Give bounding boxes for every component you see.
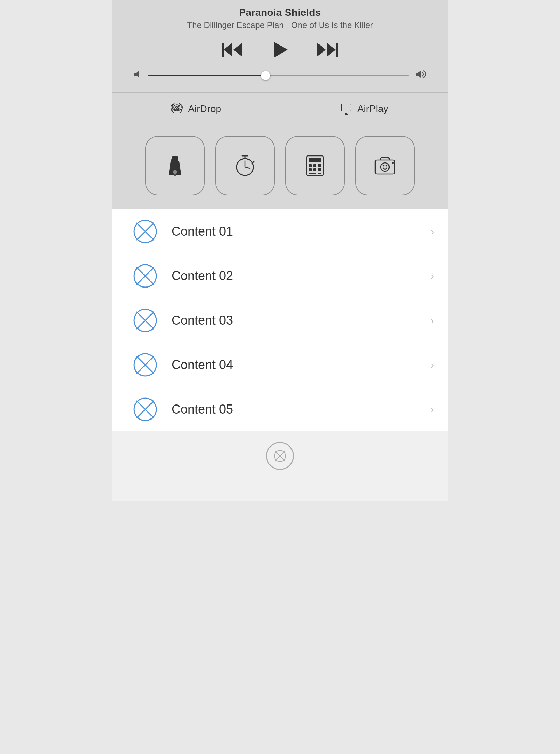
content-04-label: Content 04 — [172, 358, 424, 372]
svg-rect-16 — [172, 156, 178, 159]
svg-rect-13 — [341, 104, 351, 111]
svg-point-39 — [381, 163, 389, 171]
camera-button[interactable] — [355, 136, 415, 195]
calculator-icon — [302, 153, 328, 178]
airdrop-button[interactable]: AirDrop — [112, 93, 280, 125]
content-05-label: Content 05 — [172, 402, 424, 417]
content-01-label: Content 01 — [172, 224, 424, 239]
content-02-label: Content 02 — [172, 269, 424, 283]
svg-marker-5 — [317, 43, 326, 57]
list-item[interactable]: Content 04 › — [112, 343, 448, 387]
content-01-icon — [133, 219, 158, 244]
chevron-01-icon: › — [430, 226, 434, 237]
volume-thumb[interactable] — [261, 71, 270, 80]
svg-marker-4 — [327, 43, 336, 57]
svg-rect-6 — [336, 43, 338, 57]
svg-marker-1 — [233, 43, 242, 57]
play-icon — [271, 41, 289, 59]
play-button[interactable] — [271, 41, 289, 59]
camera-icon — [372, 153, 398, 178]
svg-rect-36 — [309, 173, 316, 174]
svg-rect-38 — [375, 160, 395, 174]
svg-line-24 — [245, 167, 250, 168]
forward-icon — [317, 41, 338, 58]
playback-controls — [133, 41, 427, 59]
airplay-button[interactable]: AirPlay — [280, 93, 448, 125]
volume-fill — [148, 75, 266, 76]
svg-point-41 — [392, 162, 394, 164]
svg-marker-3 — [274, 42, 288, 57]
list-item[interactable]: Content 05 › — [112, 387, 448, 431]
airplay-label: AirPlay — [357, 103, 388, 115]
svg-rect-34 — [313, 168, 316, 171]
forward-button[interactable] — [317, 41, 338, 58]
music-player: Paranoia Shields The Dillinger Escape Pl… — [112, 0, 448, 92]
airdrop-icon — [170, 103, 183, 115]
volume-high-icon — [414, 69, 427, 82]
phone-container: Paranoia Shields The Dillinger Escape Pl… — [112, 0, 448, 501]
bottom-area — [112, 431, 448, 501]
content-05-icon — [133, 397, 158, 422]
svg-point-40 — [383, 165, 387, 169]
calculator-button[interactable] — [285, 136, 345, 195]
chevron-03-icon: › — [430, 314, 434, 326]
svg-point-19 — [173, 170, 177, 174]
content-03-label: Content 03 — [172, 313, 424, 328]
bottom-icon — [266, 442, 294, 470]
svg-marker-0 — [224, 43, 232, 57]
svg-rect-2 — [222, 43, 224, 57]
content-list: Content 01 › Content 02 › — [112, 209, 448, 431]
track-artist: The Dillinger Escape Plan - One of Us Is… — [133, 20, 427, 30]
content-04-icon — [133, 353, 158, 377]
flashlight-button[interactable] — [145, 136, 205, 195]
track-title: Paranoia Shields — [133, 7, 427, 18]
bottom-circle-icon — [273, 449, 287, 463]
airplay-icon — [340, 103, 352, 115]
volume-row — [133, 69, 427, 82]
list-item[interactable]: Content 02 › — [112, 254, 448, 298]
volume-slider[interactable] — [148, 75, 409, 76]
chevron-02-icon: › — [430, 270, 434, 282]
quick-actions — [112, 125, 448, 209]
timer-icon — [232, 153, 258, 178]
svg-marker-7 — [134, 71, 139, 78]
svg-rect-32 — [318, 164, 321, 167]
svg-marker-8 — [416, 71, 421, 78]
svg-rect-20 — [174, 174, 176, 176]
svg-rect-37 — [318, 173, 321, 174]
chevron-05-icon: › — [430, 403, 434, 415]
svg-line-27 — [252, 161, 254, 164]
svg-rect-31 — [313, 164, 316, 167]
list-item[interactable]: Content 01 › — [112, 209, 448, 254]
svg-rect-29 — [309, 158, 321, 162]
svg-rect-30 — [309, 164, 312, 167]
airdrop-label: AirDrop — [188, 103, 221, 115]
content-02-icon — [133, 264, 158, 288]
content-03-icon — [133, 308, 158, 333]
air-row: AirDrop AirPlay — [112, 92, 448, 125]
rewind-icon — [222, 41, 243, 58]
timer-button[interactable] — [215, 136, 275, 195]
rewind-button[interactable] — [222, 41, 243, 58]
svg-rect-17 — [172, 159, 178, 161]
flashlight-icon — [162, 153, 188, 178]
volume-low-icon — [133, 69, 143, 82]
svg-point-10 — [175, 107, 178, 110]
svg-rect-35 — [318, 168, 321, 171]
list-item[interactable]: Content 03 › — [112, 298, 448, 343]
chevron-04-icon: › — [430, 359, 434, 371]
svg-rect-33 — [309, 168, 312, 171]
